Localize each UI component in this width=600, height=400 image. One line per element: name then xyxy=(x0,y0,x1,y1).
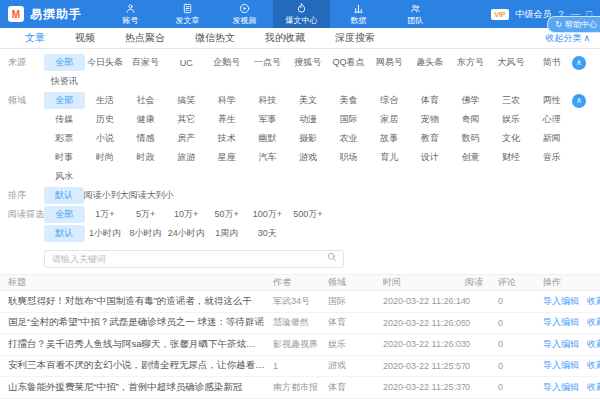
filter-option[interactable]: 佛学 xyxy=(450,92,491,109)
filter-option[interactable]: 宠物 xyxy=(410,111,451,128)
filter-option[interactable]: QQ看点 xyxy=(328,54,369,71)
filter-option[interactable]: 30天 xyxy=(247,225,288,242)
filter-option[interactable]: 企鹅号 xyxy=(206,54,247,71)
tab-my-favorites[interactable]: 我的收藏 xyxy=(250,31,320,45)
filter-option[interactable]: 今日头条 xyxy=(85,54,126,71)
filter-option[interactable]: 科技 xyxy=(247,92,288,109)
filter-option[interactable]: 时政 xyxy=(125,149,166,166)
tab-articles[interactable]: 文章 xyxy=(10,31,60,45)
filter-option-selected[interactable]: 全部 xyxy=(44,206,85,223)
article-title-link[interactable]: 山东鲁能外援费莱尼“中招”，首例中超球员确诊感染新冠 xyxy=(8,381,273,394)
nav-item-account[interactable]: 账号 xyxy=(102,0,159,28)
filter-option[interactable]: 5万+ xyxy=(125,206,166,223)
filter-option[interactable]: 历史 xyxy=(85,111,126,128)
nav-item-data[interactable]: 数据 xyxy=(330,0,387,28)
filter-option[interactable]: 农业 xyxy=(328,130,369,147)
filter-option[interactable]: 一点号 xyxy=(247,54,288,71)
filter-option[interactable]: 10万+ xyxy=(166,206,207,223)
filter-option[interactable]: 8小时内 xyxy=(125,225,166,242)
filter-option[interactable]: 设计 xyxy=(410,149,451,166)
filter-option[interactable]: 东方号 xyxy=(450,54,491,71)
filter-option[interactable]: 游戏 xyxy=(288,149,329,166)
import-edit-link[interactable]: 导入编辑 xyxy=(543,359,579,372)
filter-option[interactable]: 小说 xyxy=(85,130,126,147)
filter-option[interactable]: 音乐 xyxy=(531,149,572,166)
article-title-link[interactable]: 耿爽怼得好！对散布“中国制造有毒”的造谣者，就得这么干 xyxy=(8,295,273,308)
favorite-link[interactable]: 收藏 xyxy=(587,381,600,394)
filter-option[interactable]: 百家号 xyxy=(125,54,166,71)
filter-option[interactable]: UC xyxy=(166,56,207,70)
filter-option[interactable]: 汽车 xyxy=(247,149,288,166)
nav-item-hot-article-center[interactable]: 爆文中心 xyxy=(273,0,330,28)
filter-option[interactable]: 彩票 xyxy=(44,130,85,147)
filter-option[interactable]: 趣头条 xyxy=(410,54,451,71)
filter-option[interactable]: 情感 xyxy=(125,130,166,147)
filter-option-selected[interactable]: 全部 xyxy=(44,92,85,109)
filter-option[interactable]: 50万+ xyxy=(206,206,247,223)
filter-option[interactable]: 时尚 xyxy=(85,149,126,166)
filter-option[interactable]: 1周内 xyxy=(206,225,247,242)
filter-option[interactable]: 100万+ xyxy=(247,206,288,223)
filter-option[interactable]: 新闻 xyxy=(531,130,572,147)
collapse-categories-button[interactable]: 收起分类 ∧ xyxy=(545,32,590,45)
filter-option[interactable]: 幽默 xyxy=(247,130,288,147)
filter-option[interactable]: 社会 xyxy=(125,92,166,109)
tab-deep-search[interactable]: 深度搜索 xyxy=(320,31,390,45)
filter-option[interactable]: 大风号 xyxy=(491,54,532,71)
filter-option[interactable]: 24小时内 xyxy=(166,225,207,242)
article-title-link[interactable]: 国足“全村的希望”中招？武磊是确诊球员之一 球迷：等待辟谣 xyxy=(8,316,273,329)
filter-option[interactable]: 体育 xyxy=(410,92,451,109)
filter-option[interactable]: 文化 xyxy=(491,130,532,147)
help-center-button[interactable]: ↻ 帮助中心 xyxy=(547,16,600,33)
nav-item-team[interactable]: 团队 xyxy=(387,0,444,28)
filter-option[interactable]: 综合 xyxy=(369,92,410,109)
article-title-link[interactable]: 安利三本百看不厌的玄幻小说，剧情全程无尿点，让你越看越上瘾 xyxy=(8,359,273,372)
filter-option[interactable]: 传媒 xyxy=(44,111,85,128)
filter-option[interactable]: 健康 xyxy=(125,111,166,128)
article-title-link[interactable]: 打擂台？吴千语秀人鱼线与阿sa聊天，张馨月晒下午茶炫富太生活 xyxy=(8,338,273,351)
filter-option[interactable]: 生活 xyxy=(85,92,126,109)
filter-option-selected[interactable]: 全部 xyxy=(44,54,85,71)
filter-option[interactable]: 技术 xyxy=(206,130,247,147)
search-icon[interactable] xyxy=(326,251,338,263)
favorite-link[interactable]: 收藏 xyxy=(587,338,600,351)
filter-option[interactable]: 娱乐 xyxy=(491,111,532,128)
tab-videos[interactable]: 视频 xyxy=(60,31,110,45)
filter-option[interactable]: 国际 xyxy=(328,111,369,128)
filter-option[interactable]: 创意 xyxy=(450,149,491,166)
import-edit-link[interactable]: 导入编辑 xyxy=(543,338,579,351)
filter-option[interactable]: 职场 xyxy=(328,149,369,166)
filter-option[interactable]: 三农 xyxy=(491,92,532,109)
filter-option[interactable]: 1小时内 xyxy=(85,225,126,242)
favorite-link[interactable]: 收藏 xyxy=(587,359,600,372)
import-edit-link[interactable]: 导入编辑 xyxy=(543,316,579,329)
favorite-link[interactable]: 收藏 xyxy=(587,316,600,329)
filter-option[interactable]: 500万+ xyxy=(288,206,329,223)
collapse-source-button[interactable]: ∧ xyxy=(572,56,586,70)
filter-option[interactable]: 阅读小到大 xyxy=(84,187,129,204)
filter-option[interactable]: 美文 xyxy=(288,92,329,109)
collapse-field-button[interactable]: ∧ xyxy=(572,94,586,108)
search-input[interactable] xyxy=(44,250,344,268)
filter-option[interactable]: 家居 xyxy=(369,111,410,128)
filter-option[interactable]: 数码 xyxy=(450,130,491,147)
filter-option[interactable]: 军事 xyxy=(247,111,288,128)
filter-option[interactable]: 星座 xyxy=(206,149,247,166)
filter-option[interactable]: 旅游 xyxy=(166,149,207,166)
nav-item-publish-video[interactable]: 发视频 xyxy=(216,0,273,28)
filter-option[interactable]: 科学 xyxy=(206,92,247,109)
nav-item-publish-article[interactable]: 发文章 xyxy=(159,0,216,28)
filter-option[interactable]: 阅读大到小 xyxy=(129,187,174,204)
filter-option[interactable]: 心理 xyxy=(531,111,572,128)
filter-option-selected[interactable]: 默认 xyxy=(44,225,85,242)
filter-option[interactable]: 1万+ xyxy=(85,206,126,223)
filter-option[interactable]: 财经 xyxy=(491,149,532,166)
filter-option-selected[interactable]: 默认 xyxy=(44,187,84,204)
tab-wechat-hot[interactable]: 微信热文 xyxy=(180,31,250,45)
tab-hot-topics[interactable]: 热点聚合 xyxy=(110,31,180,45)
favorite-link[interactable]: 收藏 xyxy=(587,295,600,308)
filter-option[interactable]: 房产 xyxy=(166,130,207,147)
filter-option[interactable]: 网易号 xyxy=(369,54,410,71)
filter-option[interactable]: 搞笑 xyxy=(166,92,207,109)
filter-option[interactable]: 奇闻 xyxy=(450,111,491,128)
